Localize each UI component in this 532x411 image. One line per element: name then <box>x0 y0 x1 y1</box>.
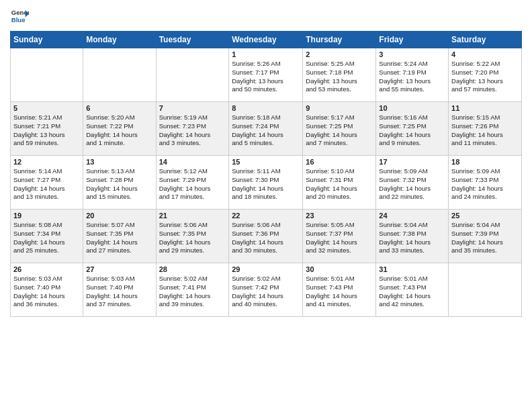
day-number: 18 <box>451 158 519 166</box>
day-info: Sunrise: 5:10 AM Sunset: 7:31 PM Dayligh… <box>306 167 373 201</box>
day-cell-14: 14Sunrise: 5:12 AM Sunset: 7:29 PM Dayli… <box>156 156 229 210</box>
day-cell-25: 25Sunrise: 5:04 AM Sunset: 7:39 PM Dayli… <box>449 210 522 263</box>
day-cell-17: 17Sunrise: 5:09 AM Sunset: 7:32 PM Dayli… <box>376 156 449 210</box>
day-cell-2: 2Sunrise: 5:25 AM Sunset: 7:18 PM Daylig… <box>303 48 376 102</box>
day-number: 25 <box>451 212 519 220</box>
calendar-table: SundayMondayTuesdayWednesdayThursdayFrid… <box>10 31 522 317</box>
day-cell-30: 30Sunrise: 5:01 AM Sunset: 7:43 PM Dayli… <box>303 263 376 317</box>
weekday-wednesday: Wednesday <box>229 32 303 48</box>
day-info: Sunrise: 5:24 AM Sunset: 7:19 PM Dayligh… <box>379 60 445 94</box>
day-info: Sunrise: 5:14 AM Sunset: 7:27 PM Dayligh… <box>13 167 80 201</box>
day-info: Sunrise: 5:08 AM Sunset: 7:34 PM Dayligh… <box>13 221 80 255</box>
day-number: 26 <box>13 265 80 273</box>
day-cell-27: 27Sunrise: 5:03 AM Sunset: 7:40 PM Dayli… <box>83 263 156 317</box>
day-info: Sunrise: 5:01 AM Sunset: 7:43 PM Dayligh… <box>379 275 445 309</box>
day-info: Sunrise: 5:21 AM Sunset: 7:21 PM Dayligh… <box>13 113 80 148</box>
day-cell-31: 31Sunrise: 5:01 AM Sunset: 7:43 PM Dayli… <box>376 263 449 317</box>
day-cell-20: 20Sunrise: 5:07 AM Sunset: 7:35 PM Dayli… <box>83 210 156 263</box>
day-info: Sunrise: 5:03 AM Sunset: 7:40 PM Dayligh… <box>13 275 80 309</box>
day-cell-16: 16Sunrise: 5:10 AM Sunset: 7:31 PM Dayli… <box>303 156 376 210</box>
day-cell-3: 3Sunrise: 5:24 AM Sunset: 7:19 PM Daylig… <box>376 48 449 102</box>
day-cell-5: 5Sunrise: 5:21 AM Sunset: 7:21 PM Daylig… <box>11 102 83 156</box>
day-cell-26: 26Sunrise: 5:03 AM Sunset: 7:40 PM Dayli… <box>11 263 83 317</box>
day-number: 31 <box>379 265 445 273</box>
weekday-saturday: Saturday <box>449 32 522 48</box>
day-info: Sunrise: 5:06 AM Sunset: 7:35 PM Dayligh… <box>159 221 226 255</box>
day-info: Sunrise: 5:17 AM Sunset: 7:25 PM Dayligh… <box>306 113 373 148</box>
day-cell-18: 18Sunrise: 5:09 AM Sunset: 7:33 PM Dayli… <box>449 156 522 210</box>
logo-icon: General Blue <box>10 7 29 26</box>
day-number: 30 <box>306 265 373 273</box>
day-cell-21: 21Sunrise: 5:06 AM Sunset: 7:35 PM Dayli… <box>156 210 229 263</box>
empty-cell <box>11 48 83 102</box>
weekday-monday: Monday <box>83 32 156 48</box>
day-cell-8: 8Sunrise: 5:18 AM Sunset: 7:24 PM Daylig… <box>229 102 303 156</box>
weekday-tuesday: Tuesday <box>156 32 229 48</box>
day-number: 17 <box>379 158 445 166</box>
empty-cell <box>156 48 229 102</box>
day-number: 6 <box>86 104 152 112</box>
day-cell-24: 24Sunrise: 5:04 AM Sunset: 7:38 PM Dayli… <box>376 210 449 263</box>
day-number: 14 <box>159 158 226 166</box>
day-number: 7 <box>159 104 226 112</box>
day-number: 4 <box>451 50 519 58</box>
weekday-sunday: Sunday <box>11 32 83 48</box>
day-cell-11: 11Sunrise: 5:15 AM Sunset: 7:26 PM Dayli… <box>449 102 522 156</box>
day-number: 8 <box>232 104 300 112</box>
week-row-2: 5Sunrise: 5:21 AM Sunset: 7:21 PM Daylig… <box>11 102 522 156</box>
weekday-friday: Friday <box>376 32 449 48</box>
day-number: 23 <box>306 212 373 220</box>
week-row-4: 19Sunrise: 5:08 AM Sunset: 7:34 PM Dayli… <box>11 210 522 263</box>
day-info: Sunrise: 5:18 AM Sunset: 7:24 PM Dayligh… <box>232 113 300 148</box>
day-cell-13: 13Sunrise: 5:13 AM Sunset: 7:28 PM Dayli… <box>83 156 156 210</box>
day-cell-6: 6Sunrise: 5:20 AM Sunset: 7:22 PM Daylig… <box>83 102 156 156</box>
day-number: 12 <box>13 158 80 166</box>
day-info: Sunrise: 5:07 AM Sunset: 7:35 PM Dayligh… <box>86 221 152 255</box>
day-info: Sunrise: 5:25 AM Sunset: 7:18 PM Dayligh… <box>306 60 373 94</box>
day-number: 28 <box>159 265 226 273</box>
weekday-header-row: SundayMondayTuesdayWednesdayThursdayFrid… <box>11 32 522 48</box>
day-cell-28: 28Sunrise: 5:02 AM Sunset: 7:41 PM Dayli… <box>156 263 229 317</box>
day-info: Sunrise: 5:20 AM Sunset: 7:22 PM Dayligh… <box>86 113 152 148</box>
day-cell-10: 10Sunrise: 5:16 AM Sunset: 7:25 PM Dayli… <box>376 102 449 156</box>
day-info: Sunrise: 5:16 AM Sunset: 7:25 PM Dayligh… <box>379 113 445 148</box>
day-info: Sunrise: 5:05 AM Sunset: 7:37 PM Dayligh… <box>306 221 373 255</box>
day-number: 3 <box>379 50 445 58</box>
day-cell-4: 4Sunrise: 5:22 AM Sunset: 7:20 PM Daylig… <box>449 48 522 102</box>
day-number: 11 <box>451 104 519 112</box>
day-info: Sunrise: 5:04 AM Sunset: 7:38 PM Dayligh… <box>379 221 445 255</box>
weekday-thursday: Thursday <box>303 32 376 48</box>
day-number: 27 <box>86 265 152 273</box>
calendar-page: General Blue SundayMondayTuesdayWednesda… <box>0 0 532 411</box>
day-number: 21 <box>159 212 226 220</box>
day-info: Sunrise: 5:12 AM Sunset: 7:29 PM Dayligh… <box>159 167 226 201</box>
day-number: 10 <box>379 104 445 112</box>
day-number: 13 <box>86 158 152 166</box>
svg-text:Blue: Blue <box>11 16 26 24</box>
day-info: Sunrise: 5:09 AM Sunset: 7:32 PM Dayligh… <box>379 167 445 201</box>
day-info: Sunrise: 5:22 AM Sunset: 7:20 PM Dayligh… <box>451 60 519 94</box>
empty-cell <box>449 263 522 317</box>
day-number: 5 <box>13 104 80 112</box>
day-info: Sunrise: 5:02 AM Sunset: 7:42 PM Dayligh… <box>232 275 300 309</box>
day-info: Sunrise: 5:02 AM Sunset: 7:41 PM Dayligh… <box>159 275 226 309</box>
day-number: 24 <box>379 212 445 220</box>
day-info: Sunrise: 5:03 AM Sunset: 7:40 PM Dayligh… <box>86 275 152 309</box>
day-cell-22: 22Sunrise: 5:06 AM Sunset: 7:36 PM Dayli… <box>229 210 303 263</box>
week-row-1: 1Sunrise: 5:26 AM Sunset: 7:17 PM Daylig… <box>11 48 522 102</box>
day-cell-15: 15Sunrise: 5:11 AM Sunset: 7:30 PM Dayli… <box>229 156 303 210</box>
day-cell-29: 29Sunrise: 5:02 AM Sunset: 7:42 PM Dayli… <box>229 263 303 317</box>
day-number: 20 <box>86 212 152 220</box>
day-cell-9: 9Sunrise: 5:17 AM Sunset: 7:25 PM Daylig… <box>303 102 376 156</box>
day-cell-7: 7Sunrise: 5:19 AM Sunset: 7:23 PM Daylig… <box>156 102 229 156</box>
week-row-5: 26Sunrise: 5:03 AM Sunset: 7:40 PM Dayli… <box>11 263 522 317</box>
logo: General Blue <box>10 7 32 26</box>
day-number: 29 <box>232 265 300 273</box>
week-row-3: 12Sunrise: 5:14 AM Sunset: 7:27 PM Dayli… <box>11 156 522 210</box>
day-number: 22 <box>232 212 300 220</box>
day-number: 9 <box>306 104 373 112</box>
day-number: 1 <box>232 50 300 58</box>
day-info: Sunrise: 5:09 AM Sunset: 7:33 PM Dayligh… <box>451 167 519 201</box>
day-info: Sunrise: 5:11 AM Sunset: 7:30 PM Dayligh… <box>232 167 300 201</box>
day-number: 15 <box>232 158 300 166</box>
